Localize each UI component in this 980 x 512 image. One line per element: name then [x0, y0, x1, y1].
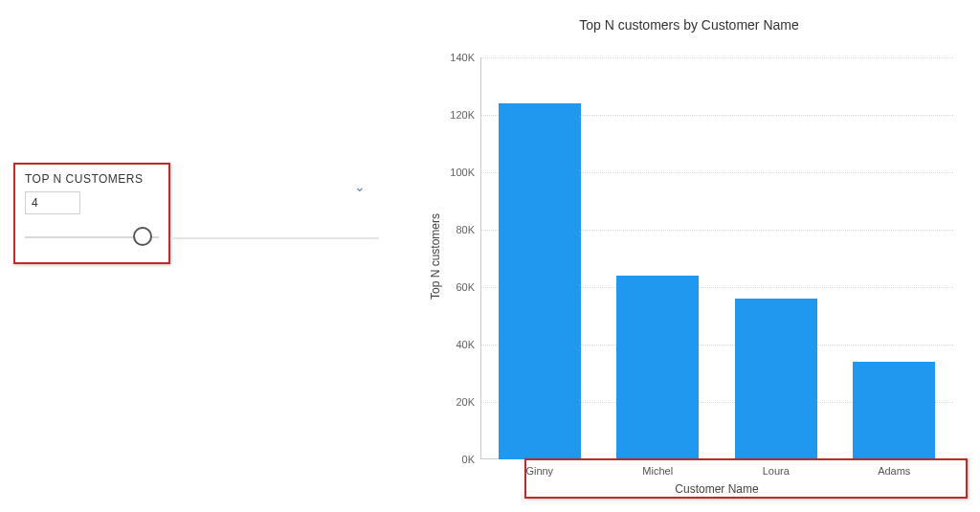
y-axis-line	[480, 57, 481, 459]
y-axis-label: Top N customers	[429, 213, 442, 300]
x-tick-label: Michel	[642, 465, 673, 477]
bar-ginny[interactable]	[499, 103, 581, 459]
chart-title: Top N customers by Customer Name	[412, 17, 967, 33]
bar-adams[interactable]	[853, 362, 935, 459]
top-n-slider[interactable]	[25, 228, 159, 247]
y-tick-label: 80K	[456, 224, 475, 235]
top-n-filter-panel: TOP N CUSTOMERS	[13, 163, 170, 264]
y-tick-label: 100K	[450, 167, 475, 178]
y-tick-label: 60K	[456, 281, 475, 293]
filter-title: TOP N CUSTOMERS	[25, 172, 159, 186]
top-n-input[interactable]	[25, 191, 80, 214]
bar-michel[interactable]	[616, 276, 699, 459]
y-tick-label: 40K	[456, 339, 475, 350]
x-tick-label: Ginny	[525, 465, 553, 477]
chevron-down-icon[interactable]: ⌄	[354, 180, 366, 193]
x-tick-label: Loura	[763, 465, 790, 477]
bar-chart: Top N customers by Customer Name Top N c…	[412, 17, 967, 505]
y-tick-label: 140K	[450, 52, 475, 63]
slider-thumb[interactable]	[133, 227, 152, 246]
plot-area: 0K20K40K60K80K100K120K140KGinnyMichelLou…	[480, 57, 953, 459]
slider-track-extension	[170, 237, 379, 239]
gridline	[480, 57, 953, 58]
x-axis-label: Customer Name	[480, 482, 953, 496]
y-tick-label: 0K	[462, 454, 475, 465]
bar-loura[interactable]	[735, 299, 817, 459]
x-tick-label: Adams	[878, 465, 910, 477]
y-tick-label: 20K	[456, 396, 475, 408]
y-tick-label: 120K	[450, 109, 475, 121]
